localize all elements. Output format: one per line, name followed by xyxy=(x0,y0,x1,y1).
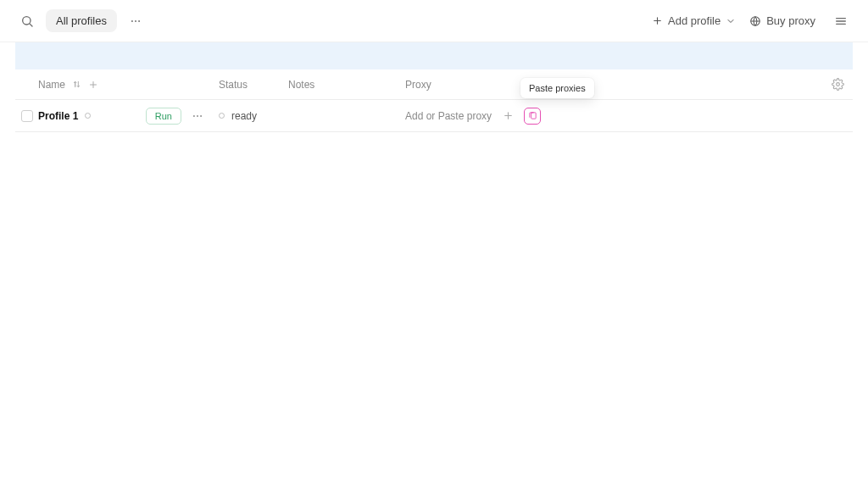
run-button[interactable]: Run xyxy=(146,108,181,125)
row-more-icon[interactable] xyxy=(185,110,210,122)
sort-icon[interactable] xyxy=(72,80,81,89)
paste-proxies-tooltip: Paste proxies xyxy=(520,78,594,98)
svg-line-1 xyxy=(30,24,32,26)
svg-rect-22 xyxy=(531,113,536,119)
top-toolbar: All profiles Add profile Buy proxy xyxy=(0,0,868,42)
add-column-icon[interactable] xyxy=(88,80,98,90)
table-settings-icon[interactable] xyxy=(832,78,844,91)
status-dot-icon xyxy=(85,113,91,119)
proxy-placeholder[interactable]: Add or Paste proxy xyxy=(405,110,492,122)
buy-proxy-label: Buy proxy xyxy=(766,14,815,27)
column-name[interactable]: Name xyxy=(38,79,65,91)
svg-point-2 xyxy=(131,20,133,22)
buy-proxy-button[interactable]: Buy proxy xyxy=(749,14,815,27)
clipboard-icon xyxy=(528,111,537,120)
svg-point-17 xyxy=(193,115,195,117)
svg-point-19 xyxy=(200,115,202,117)
column-proxy[interactable]: Proxy xyxy=(405,79,819,91)
add-profile-label: Add profile xyxy=(668,14,721,27)
status-indicator-icon xyxy=(219,113,225,119)
svg-point-0 xyxy=(23,16,31,24)
add-proxy-icon[interactable] xyxy=(500,108,515,124)
add-profile-button[interactable]: Add profile xyxy=(652,14,736,27)
chevron-down-icon xyxy=(726,16,736,26)
svg-point-4 xyxy=(138,20,140,22)
paste-proxy-button[interactable] xyxy=(524,108,541,125)
more-icon[interactable] xyxy=(124,9,147,33)
table-header: Name Status Notes Proxy Paste proxies xyxy=(15,69,853,100)
globe-icon xyxy=(749,15,761,27)
column-status[interactable]: Status xyxy=(219,79,288,91)
column-notes[interactable]: Notes xyxy=(288,79,405,91)
info-banner xyxy=(15,42,853,69)
svg-point-3 xyxy=(135,20,136,22)
row-checkbox[interactable] xyxy=(21,110,33,122)
search-icon[interactable] xyxy=(15,9,39,33)
svg-point-16 xyxy=(837,83,840,86)
profile-name[interactable]: Profile 1 xyxy=(38,110,78,122)
svg-point-18 xyxy=(197,115,198,117)
menu-icon[interactable] xyxy=(829,9,853,33)
profiles-table: Name Status Notes Proxy Paste proxies xyxy=(15,69,853,132)
table-row: Profile 1 Run ready Add or Paste proxy xyxy=(15,100,853,132)
filter-all-profiles[interactable]: All profiles xyxy=(46,9,117,32)
status-text: ready xyxy=(231,110,257,122)
plus-icon xyxy=(652,15,663,26)
